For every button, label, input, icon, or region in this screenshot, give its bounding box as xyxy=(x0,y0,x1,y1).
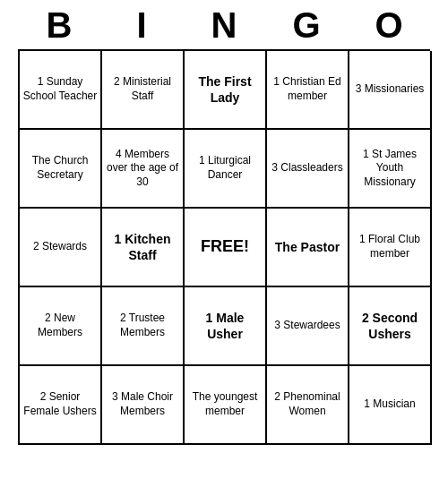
bingo-cell-23[interactable]: 2 Phenominal Women xyxy=(267,366,349,445)
bingo-cell-10[interactable]: 2 Stewards xyxy=(20,209,102,287)
bingo-cell-16[interactable]: 2 Trustee Members xyxy=(102,287,185,366)
bingo-cell-5[interactable]: The Church Secretary xyxy=(20,130,102,209)
bingo-cell-1[interactable]: 2 Ministerial Staff xyxy=(102,51,185,130)
bingo-cell-12[interactable]: FREE! xyxy=(185,209,267,287)
bingo-letter-n: N xyxy=(186,5,262,46)
bingo-cell-6[interactable]: 4 Members over the age of 30 xyxy=(102,130,185,209)
bingo-cell-22[interactable]: The youngest member xyxy=(185,366,267,445)
bingo-cell-3[interactable]: 1 Christian Ed member xyxy=(267,51,349,130)
bingo-cell-0[interactable]: 1 Sunday School Teacher xyxy=(20,51,102,130)
bingo-cell-15[interactable]: 2 New Members xyxy=(20,287,102,366)
bingo-cell-11[interactable]: 1 Kitchen Staff xyxy=(102,209,185,287)
bingo-header: BINGO xyxy=(18,0,430,49)
bingo-letter-i: I xyxy=(104,5,179,46)
bingo-cell-8[interactable]: 3 Classleaders xyxy=(267,130,349,209)
bingo-letter-o: O xyxy=(351,5,426,46)
bingo-cell-2[interactable]: The First Lady xyxy=(185,51,267,130)
bingo-cell-14[interactable]: 1 Floral Club member xyxy=(349,209,432,287)
bingo-cell-21[interactable]: 3 Male Choir Members xyxy=(102,366,185,445)
bingo-cell-20[interactable]: 2 Senior Female Ushers xyxy=(20,366,102,445)
bingo-letter-b: B xyxy=(22,5,97,46)
bingo-letter-g: G xyxy=(269,5,344,46)
bingo-cell-18[interactable]: 3 Stewardees xyxy=(267,287,349,366)
bingo-cell-13[interactable]: The Pastor xyxy=(267,209,349,287)
bingo-cell-19[interactable]: 2 Second Ushers xyxy=(349,287,432,366)
bingo-grid: 1 Sunday School Teacher2 Ministerial Sta… xyxy=(18,49,430,445)
bingo-cell-9[interactable]: 1 St James Youth Missionary xyxy=(349,130,432,209)
bingo-cell-17[interactable]: 1 Male Usher xyxy=(185,287,267,366)
bingo-cell-4[interactable]: 3 Missionaries xyxy=(349,51,432,130)
bingo-cell-7[interactable]: 1 Liturgical Dancer xyxy=(185,130,267,209)
bingo-cell-24[interactable]: 1 Musician xyxy=(349,366,432,445)
